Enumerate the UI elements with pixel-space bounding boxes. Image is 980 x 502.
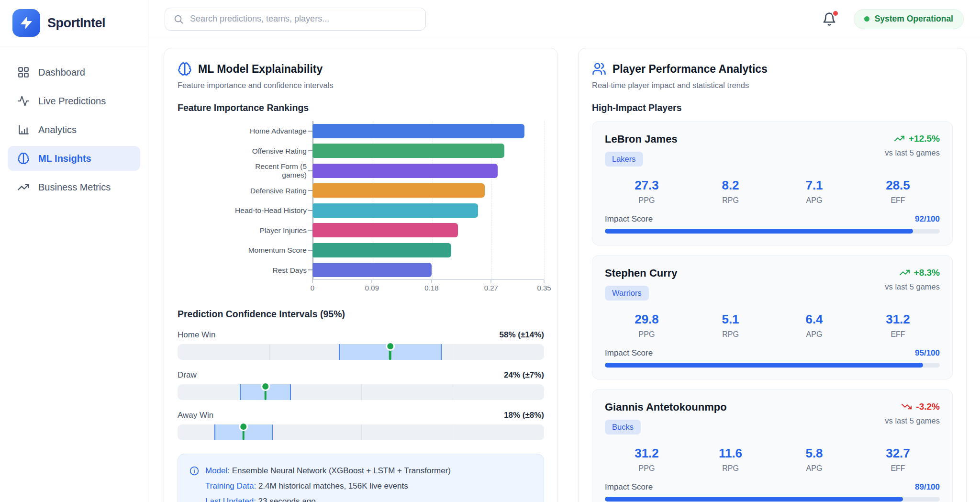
ci-value-label: 18% (±8%) bbox=[504, 411, 544, 420]
trending-down-icon bbox=[901, 401, 912, 412]
chart-row: Rest Days bbox=[178, 260, 544, 280]
ci-value-label: 24% (±7%) bbox=[504, 370, 544, 380]
sidebar-item-live-predictions[interactable]: Live Predictions bbox=[8, 89, 140, 113]
system-status-badge: System Operational bbox=[854, 9, 964, 29]
ci-marker-icon bbox=[389, 344, 391, 360]
chart-category-label: Player Injuries bbox=[178, 226, 312, 235]
impact-score-value: 92/100 bbox=[915, 214, 940, 224]
ci-track bbox=[178, 344, 544, 360]
player-trend-note: vs last 5 games bbox=[885, 416, 940, 425]
player-team-badge: Lakers bbox=[605, 152, 643, 167]
player-stat-eff: 32.7EFF bbox=[856, 446, 940, 473]
impact-score-label: Impact Score bbox=[605, 214, 653, 224]
sidebar-nav: Dashboard Live Predictions Analytics ML … bbox=[0, 46, 148, 217]
search-box[interactable] bbox=[165, 8, 426, 31]
model-info-line: Model: Ensemble Neural Network (XGBoost … bbox=[205, 465, 451, 477]
player-stat-apg: 5.8APG bbox=[772, 446, 856, 473]
sidebar-item-analytics[interactable]: Analytics bbox=[8, 117, 140, 142]
chart-category-label: Rest Days bbox=[178, 266, 312, 275]
sidebar-item-ml-insights[interactable]: ML Insights bbox=[8, 146, 140, 171]
activity-icon bbox=[17, 95, 30, 107]
model-info-lines: Model: Ensemble Neural Network (XGBoost … bbox=[205, 465, 451, 502]
chart-bar bbox=[312, 223, 458, 237]
player-stats: 27.3PPG8.2RPG7.1APG28.5EFF bbox=[605, 178, 940, 205]
search-input[interactable] bbox=[190, 14, 417, 24]
brain-icon bbox=[17, 152, 30, 165]
topbar: System Operational bbox=[148, 0, 980, 38]
chart-bar bbox=[312, 203, 478, 218]
model-info-line: Training Data: 2.4M historical matches, … bbox=[205, 480, 451, 492]
app-logo[interactable]: SportIntel bbox=[0, 0, 148, 46]
brain-icon bbox=[178, 62, 192, 76]
player-stat-rpg: 11.6RPG bbox=[689, 446, 772, 473]
bar-chart-icon bbox=[17, 123, 30, 136]
chart-x-axis: 00.090.180.270.35 bbox=[312, 280, 544, 294]
player-trend-value: -3.2% bbox=[916, 402, 940, 412]
ci-marker-icon bbox=[265, 384, 267, 400]
confidence-interval-row: Draw 24% (±7%) bbox=[178, 370, 544, 400]
player-stat-rpg: 8.2RPG bbox=[689, 178, 772, 205]
chart-row: Player Injuries bbox=[178, 221, 544, 241]
player-stat-ppg: 31.2PPG bbox=[605, 446, 689, 473]
player-trend-value: +8.3% bbox=[914, 268, 940, 278]
users-icon bbox=[592, 62, 606, 76]
ml-explainability-card: ML Model Explainability Feature importan… bbox=[164, 48, 558, 502]
impact-score-bar bbox=[605, 229, 940, 234]
search-icon bbox=[173, 14, 184, 24]
player-stats: 29.8PPG5.1RPG6.4APG31.2EFF bbox=[605, 312, 940, 339]
players-card-title: Player Performance Analytics bbox=[612, 63, 768, 76]
player-stat-ppg: 27.3PPG bbox=[605, 178, 689, 205]
player-trend: +12.5% bbox=[885, 133, 940, 144]
player-analytics-card: Player Performance Analytics Real-time p… bbox=[578, 48, 967, 502]
chart-row: Offensive Rating bbox=[178, 141, 544, 161]
player-team-badge: Warriors bbox=[605, 286, 649, 301]
ci-outcome-label: Home Win bbox=[178, 330, 215, 340]
impact-score-bar bbox=[605, 363, 940, 368]
player-stat-apg: 6.4APG bbox=[772, 312, 856, 339]
ci-outcome-label: Away Win bbox=[178, 411, 213, 420]
player-stat-rpg: 5.1RPG bbox=[689, 312, 772, 339]
notifications-button[interactable] bbox=[822, 12, 836, 26]
sidebar-item-business-metrics[interactable]: Business Metrics bbox=[8, 175, 140, 200]
impact-score-label: Impact Score bbox=[605, 482, 653, 492]
chart-category-label: Defensive Rating bbox=[178, 187, 312, 195]
chart-bar bbox=[312, 183, 485, 198]
player-trend-value: +12.5% bbox=[909, 134, 940, 144]
ci-track bbox=[178, 384, 544, 400]
chart-category-label: Recent Form (5 games) bbox=[178, 162, 312, 179]
trending-up-icon bbox=[894, 133, 905, 144]
chart-x-tick: 0.27 bbox=[484, 284, 498, 292]
model-info-box: Model: Ensemble Neural Network (XGBoost … bbox=[178, 454, 544, 502]
ci-outcome-label: Draw bbox=[178, 370, 197, 380]
feature-importance-title: Feature Importance Rankings bbox=[178, 102, 544, 113]
player-trend-note: vs last 5 games bbox=[885, 148, 940, 157]
player-card-lebron-james: LeBron James Lakers +12.5% vs last 5 gam… bbox=[592, 121, 953, 245]
feature-importance-chart: Home Advantage Offensive Rating Recent F… bbox=[178, 121, 544, 294]
chart-bar bbox=[312, 243, 451, 257]
confidence-interval-row: Home Win 58% (±14%) bbox=[178, 330, 544, 360]
player-stat-eff: 28.5EFF bbox=[856, 178, 940, 205]
chart-bar bbox=[312, 164, 498, 178]
chart-row: Momentum Score bbox=[178, 240, 544, 260]
impact-score-value: 95/100 bbox=[915, 348, 940, 358]
app-title: SportIntel bbox=[47, 16, 105, 31]
chart-row: Recent Form (5 games) bbox=[178, 161, 544, 181]
player-trend: +8.3% bbox=[885, 267, 940, 278]
chart-x-tick: 0.35 bbox=[537, 284, 551, 292]
player-stat-apg: 7.1APG bbox=[772, 178, 856, 205]
ci-value-label: 58% (±14%) bbox=[500, 330, 544, 340]
chart-category-label: Momentum Score bbox=[178, 246, 312, 255]
impact-score-bar bbox=[605, 497, 940, 502]
chart-row: Head-to-Head History bbox=[178, 201, 544, 221]
sidebar-item-dashboard[interactable]: Dashboard bbox=[8, 60, 140, 85]
app-logo-icon bbox=[12, 9, 40, 37]
notification-dot-icon bbox=[832, 10, 839, 17]
chart-row: Home Advantage bbox=[178, 121, 544, 141]
confidence-intervals: Home Win 58% (±14%) Draw 24% (±7%) Away … bbox=[178, 330, 544, 440]
chart-x-tick: 0.18 bbox=[424, 284, 438, 292]
chart-category-label: Head-to-Head History bbox=[178, 206, 312, 215]
player-trend-note: vs last 5 games bbox=[885, 282, 940, 291]
player-trend: -3.2% bbox=[885, 401, 940, 412]
players-list: LeBron James Lakers +12.5% vs last 5 gam… bbox=[592, 121, 953, 502]
players-card-subtitle: Real-time player impact and statistical … bbox=[592, 81, 953, 90]
